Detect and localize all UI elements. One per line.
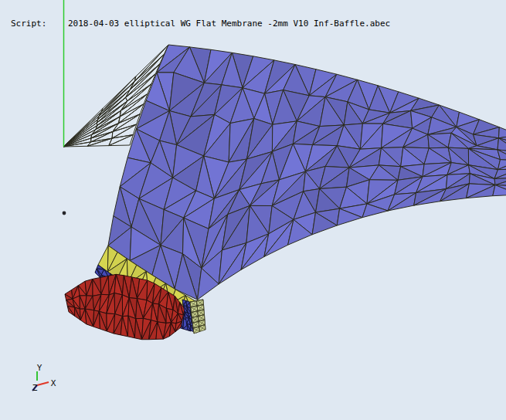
vertex-marker-dot bbox=[63, 212, 66, 215]
z-axis-label: Z bbox=[32, 383, 38, 393]
3d-mesh-viewport[interactable]: Y X Z bbox=[0, 0, 506, 420]
script-label: Script: bbox=[11, 19, 46, 29]
script-filename: 2018-04-03 elliptical WG Flat Membrane -… bbox=[68, 19, 390, 29]
script-header: Script: 2018-04-03 elliptical WG Flat Me… bbox=[0, 19, 506, 31]
waveguide-surface-mesh bbox=[108, 45, 506, 300]
abec-viewport: Y X Z Script: 2018-04-03 elliptical WG F… bbox=[0, 0, 506, 420]
x-axis-label: X bbox=[51, 378, 56, 388]
y-axis-label: Y bbox=[37, 363, 42, 373]
axis-triad: Y X Z bbox=[32, 363, 56, 393]
x-axis-line bbox=[37, 382, 49, 385]
